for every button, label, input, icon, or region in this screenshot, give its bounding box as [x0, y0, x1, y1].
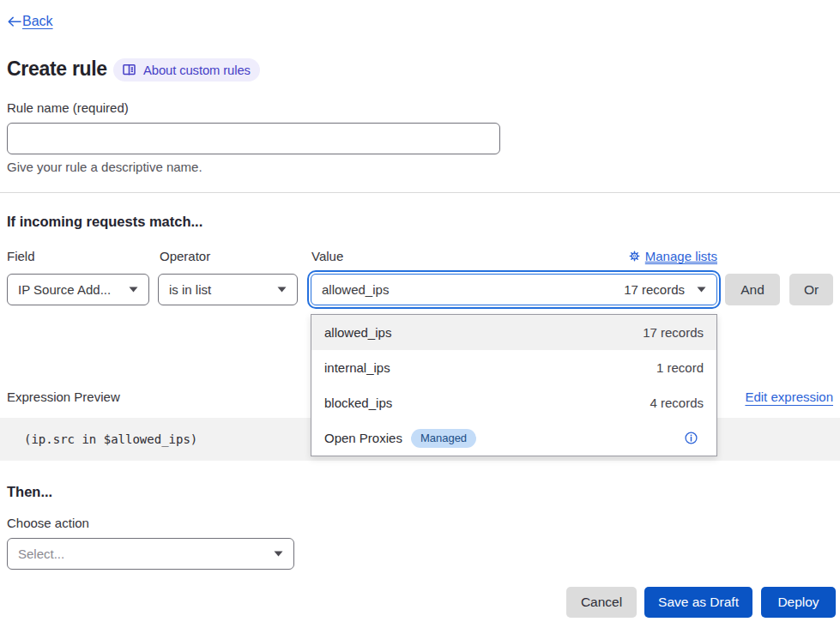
save-as-draft-button[interactable]: Save as Draft [644, 587, 752, 618]
rule-name-label: Rule name (required) [7, 100, 129, 115]
list-option-open-proxies[interactable]: Open Proxies Managed [311, 420, 716, 456]
rule-name-helper: Give your rule a descriptive name. [7, 160, 202, 174]
field-select[interactable]: IP Source Add... [7, 274, 149, 305]
chevron-down-icon [697, 287, 706, 293]
about-custom-rules-badge[interactable]: About custom rules [113, 58, 260, 82]
list-option-name: blocked_ips [324, 395, 392, 410]
about-badge-label: About custom rules [143, 63, 251, 77]
field-label: Field [7, 249, 35, 263]
list-dropdown: allowed_ips 17 records internal_ips 1 re… [311, 314, 717, 456]
list-option-name: allowed_ips [324, 325, 391, 340]
value-select-name: allowed_ips [322, 282, 389, 297]
value-label: Value [311, 249, 343, 263]
manage-lists-label: Manage lists [645, 249, 717, 263]
cancel-button[interactable]: Cancel [566, 587, 637, 618]
operator-select-value: is in list [169, 282, 211, 297]
list-option-count: 17 records [643, 325, 704, 340]
value-select-count: 17 records [624, 282, 685, 297]
info-icon[interactable] [685, 432, 698, 444]
manage-lists-link[interactable]: Manage lists [629, 249, 717, 263]
then-section-heading: Then... [7, 484, 52, 500]
or-button[interactable]: Or [789, 274, 833, 305]
and-button[interactable]: And [725, 274, 780, 305]
list-option-name: Open Proxies [324, 431, 402, 445]
choose-action-label: Choose action [7, 516, 89, 530]
create-rule-page: Back Create rule About custom rules Rule… [0, 0, 840, 634]
list-option-allowed-ips[interactable]: allowed_ips 17 records [311, 315, 716, 350]
rule-name-input[interactable] [7, 123, 500, 154]
edit-expression-link[interactable]: Edit expression [745, 389, 833, 404]
list-option-name: internal_ips [324, 360, 390, 375]
action-select[interactable]: Select... [7, 538, 294, 570]
list-option-internal-ips[interactable]: internal_ips 1 record [311, 350, 716, 385]
chevron-down-icon [277, 287, 287, 293]
list-option-blocked-ips[interactable]: blocked_ips 4 records [311, 385, 716, 420]
back-arrow-icon [7, 15, 21, 28]
chevron-down-icon [129, 287, 138, 293]
deploy-button[interactable]: Deploy [761, 587, 836, 618]
operator-select[interactable]: is in list [158, 274, 298, 305]
book-icon [122, 63, 136, 77]
field-select-value: IP Source Add... [18, 282, 111, 297]
action-select-placeholder: Select... [18, 546, 64, 561]
back-link-label: Back [22, 14, 53, 29]
page-title: Create rule [7, 57, 107, 81]
match-section-heading: If incoming requests match... [7, 214, 202, 230]
back-link[interactable]: Back [7, 14, 53, 29]
expression-preview-label: Expression Preview [7, 389, 120, 404]
expression-code-text: (ip.src in $allowed_ips) [24, 432, 197, 446]
managed-badge: Managed [411, 429, 476, 448]
list-option-count: 1 record [656, 360, 704, 375]
list-option-count: 4 records [650, 395, 704, 410]
chevron-down-icon [274, 551, 283, 557]
section-divider [0, 192, 840, 193]
gear-icon [629, 251, 640, 262]
operator-label: Operator [160, 249, 210, 263]
value-select[interactable]: allowed_ips 17 records [311, 274, 717, 305]
